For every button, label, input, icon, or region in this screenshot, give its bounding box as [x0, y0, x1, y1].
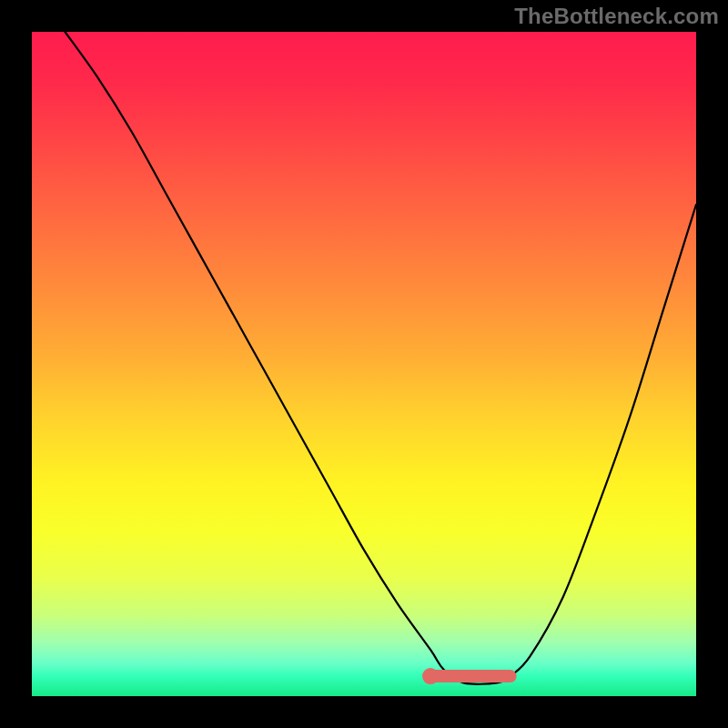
optimal-range-start-dot — [422, 668, 439, 684]
plot-area — [32, 32, 696, 696]
chart-svg — [32, 32, 696, 696]
chart-frame: TheBottleneck.com — [0, 0, 728, 728]
bottleneck-curve — [66, 32, 697, 684]
watermark-text: TheBottleneck.com — [514, 4, 719, 29]
